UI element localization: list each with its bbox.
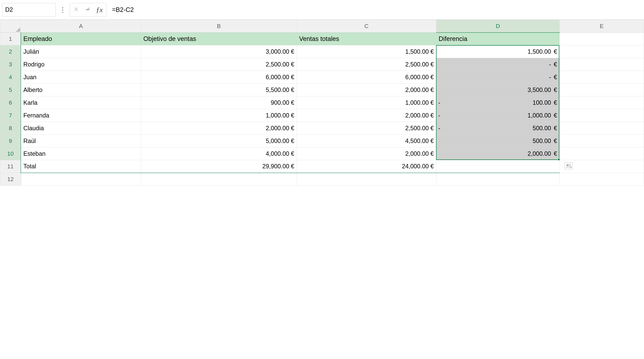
cell-B8[interactable]: 2,000.00 € xyxy=(141,122,297,135)
cell-B2[interactable]: 3,000.00 € xyxy=(141,45,297,58)
select-all-corner[interactable] xyxy=(0,20,21,33)
cell-C10[interactable]: 2,000.00 € xyxy=(297,147,436,160)
cell-B11[interactable]: 29,900.00 € xyxy=(141,160,297,173)
cell-A6[interactable]: Karla xyxy=(21,96,141,109)
spreadsheet-grid[interactable]: ABCDE1EmpleadoObjetivo de ventasVentas t… xyxy=(0,20,644,186)
svg-rect-5 xyxy=(567,166,568,167)
cell-B1[interactable]: Objetivo de ventas xyxy=(141,33,297,45)
column-header-D[interactable]: D xyxy=(436,20,560,33)
cell-C2[interactable]: 1,500.00 € xyxy=(297,45,436,58)
cell-E12[interactable] xyxy=(560,173,644,186)
name-box[interactable] xyxy=(2,3,84,16)
cell-A2[interactable]: Julián xyxy=(21,45,141,58)
cell-A5[interactable]: Alberto xyxy=(21,84,141,96)
cell-D12[interactable] xyxy=(436,173,560,186)
cell-B9[interactable]: 5,000.00 € xyxy=(141,135,297,147)
cell-D6[interactable]: -100.00€ xyxy=(436,96,560,109)
cell-D2[interactable]: 1,500.00€ xyxy=(436,45,560,58)
cell-B3[interactable]: 2,500.00 € xyxy=(141,58,297,71)
cell-C11[interactable]: 24,000.00 € xyxy=(297,160,436,173)
cell-E9[interactable] xyxy=(560,135,644,147)
cell-B12[interactable] xyxy=(141,173,297,186)
cell-E8[interactable] xyxy=(560,122,644,135)
row-header-7[interactable]: 7 xyxy=(0,109,21,122)
svg-rect-6 xyxy=(569,166,570,167)
column-header-B[interactable]: B xyxy=(141,20,297,33)
row-header-4[interactable]: 4 xyxy=(0,71,21,84)
row-header-11[interactable]: 11 xyxy=(0,160,21,173)
cell-D7[interactable]: -1,000.00€ xyxy=(436,109,560,122)
row-header-6[interactable]: 6 xyxy=(0,96,21,109)
row-header-10[interactable]: 10 xyxy=(0,147,21,160)
cell-E5[interactable] xyxy=(560,84,644,96)
row-header-12[interactable]: 12 xyxy=(0,173,21,186)
cell-B6[interactable]: 900.00 € xyxy=(141,96,297,109)
row-header-8[interactable]: 8 xyxy=(0,122,21,135)
cell-D9[interactable]: 500.00€ xyxy=(436,135,560,147)
column-header-C[interactable]: C xyxy=(297,20,436,33)
autofill-options-icon[interactable]: + xyxy=(564,162,572,169)
column-header-E[interactable]: E xyxy=(560,20,644,33)
cell-E1[interactable] xyxy=(560,33,644,45)
formula-bar: ⋮ ƒx =B2-C2 xyxy=(0,0,644,20)
cell-A4[interactable]: Juan xyxy=(21,71,141,84)
row-header-9[interactable]: 9 xyxy=(0,135,21,147)
cell-E3[interactable] xyxy=(560,58,644,71)
cell-A10[interactable]: Esteban xyxy=(21,147,141,160)
cell-C3[interactable]: 2,500.00 € xyxy=(297,58,436,71)
cell-B10[interactable]: 4,000.00 € xyxy=(141,147,297,160)
row-header-1[interactable]: 1 xyxy=(0,33,21,45)
cell-B7[interactable]: 1,000.00 € xyxy=(141,109,297,122)
cell-C1[interactable]: Ventas totales xyxy=(297,33,436,45)
cell-A8[interactable]: Claudia xyxy=(21,122,141,135)
cell-E10[interactable] xyxy=(560,147,644,160)
cell-A7[interactable]: Fernanda xyxy=(21,109,141,122)
cell-E2[interactable] xyxy=(560,45,644,58)
cell-E4[interactable] xyxy=(560,71,644,84)
cell-C6[interactable]: 1,000.00 € xyxy=(297,96,436,109)
cell-E6[interactable] xyxy=(560,96,644,109)
cell-A3[interactable]: Rodrigo xyxy=(21,58,141,71)
cell-B5[interactable]: 5,500.00 € xyxy=(141,84,297,96)
cell-B4[interactable]: 6,000.00 € xyxy=(141,71,297,84)
cell-A11[interactable]: Total xyxy=(21,160,141,173)
svg-rect-3 xyxy=(567,165,568,166)
cell-A12[interactable] xyxy=(21,173,141,186)
cell-C7[interactable]: 2,000.00 € xyxy=(297,109,436,122)
cell-E7[interactable] xyxy=(560,109,644,122)
cell-C5[interactable]: 2,000.00 € xyxy=(297,84,436,96)
cell-A9[interactable]: Raúl xyxy=(21,135,141,147)
cell-C8[interactable]: 2,500.00 € xyxy=(297,122,436,135)
cell-D3[interactable]: -€ xyxy=(436,58,560,71)
fx-icon[interactable]: ƒx xyxy=(95,6,104,14)
cell-A1[interactable]: Empleado xyxy=(21,33,141,45)
name-box-container xyxy=(2,3,56,17)
cell-D1[interactable]: Diferencia xyxy=(436,33,560,45)
row-header-2[interactable]: 2 xyxy=(0,45,21,58)
cell-C4[interactable]: 6,000.00 € xyxy=(297,71,436,84)
chevron-down-icon[interactable] xyxy=(84,6,94,13)
row-header-5[interactable]: 5 xyxy=(0,84,21,96)
column-header-A[interactable]: A xyxy=(21,20,141,33)
cell-C12[interactable] xyxy=(297,173,436,186)
cell-D11[interactable] xyxy=(436,160,560,173)
formula-input[interactable]: =B2-C2 xyxy=(108,6,642,14)
cell-D8[interactable]: -500.00€ xyxy=(436,122,560,135)
cell-C9[interactable]: 4,500.00 € xyxy=(297,135,436,147)
row-header-3[interactable]: 3 xyxy=(0,58,21,71)
cell-D5[interactable]: 3,500.00€ xyxy=(436,84,560,96)
svg-rect-4 xyxy=(569,165,570,166)
cell-D10[interactable]: 2,000.00€ xyxy=(436,147,560,160)
cell-D4[interactable]: -€ xyxy=(436,71,560,84)
